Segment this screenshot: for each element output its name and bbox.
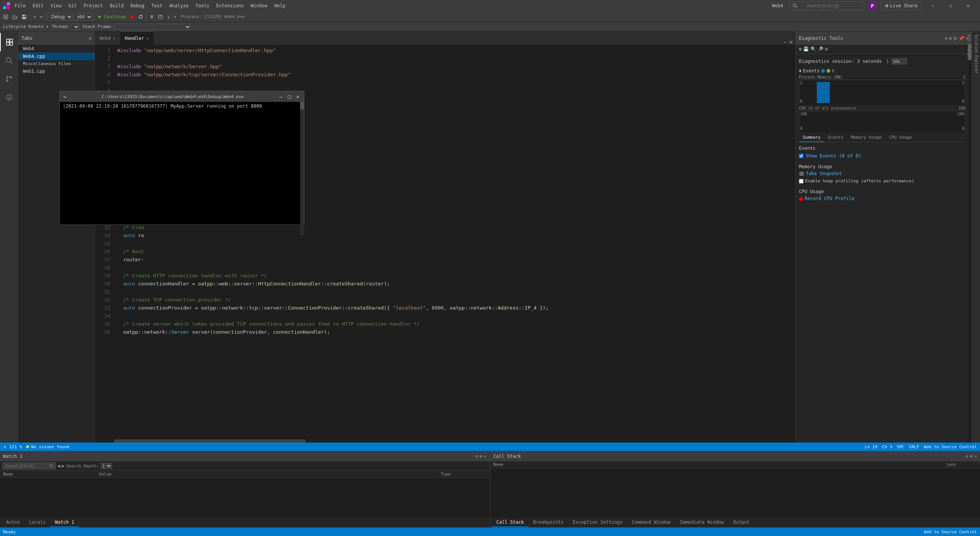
watch-expand-icon[interactable]: ⊞ xyxy=(480,454,482,459)
callstack-expand-icon[interactable]: ⊞ xyxy=(970,454,973,459)
stop-btn[interactable] xyxy=(128,14,136,20)
redo-btn[interactable]: ↪ xyxy=(38,13,44,20)
activity-debug[interactable] xyxy=(0,88,18,107)
config-dropdown[interactable]: Debug xyxy=(47,13,73,21)
diag-time-input[interactable] xyxy=(892,58,907,64)
step-out-btn[interactable]: ↑ xyxy=(172,13,178,20)
status-issues[interactable]: No issues found xyxy=(25,444,69,449)
bottom-tab-watch1[interactable]: Watch 1 xyxy=(50,518,79,527)
restart-btn[interactable] xyxy=(137,14,144,20)
diag-toolbar-zoom-in[interactable]: 🔍 xyxy=(810,46,816,52)
diag-heap-checkbox[interactable] xyxy=(799,179,804,184)
file-item-web4[interactable]: Web4 xyxy=(18,45,95,52)
diag-pin-icon[interactable]: 📌 xyxy=(959,36,964,41)
diag-expand-icon[interactable]: ⊞ xyxy=(949,36,952,41)
menu-help[interactable]: Help xyxy=(271,2,288,9)
status-add-source[interactable]: Add to Source Control xyxy=(924,444,977,449)
menu-edit[interactable]: Edit xyxy=(29,2,47,9)
minimize-button[interactable]: — xyxy=(924,0,942,11)
tab-overflow-btn[interactable]: ⋯ xyxy=(782,39,788,45)
step-over-btn[interactable] xyxy=(156,13,165,20)
menu-build[interactable]: Build xyxy=(107,2,127,9)
tab-handler[interactable]: Handler ✕ xyxy=(120,31,154,45)
callstack-close-icon[interactable]: ✕ xyxy=(974,454,977,459)
stackframe-dropdown[interactable] xyxy=(114,24,191,30)
file-item-misc[interactable]: Miscellaneous Files xyxy=(18,60,95,67)
bottom-add-source[interactable]: Add to Source Control xyxy=(924,529,977,534)
title-search-input[interactable] xyxy=(804,2,861,9)
diag-toolbar-settings[interactable]: ⚙ xyxy=(799,46,802,52)
watch-collapse-icon[interactable]: ⊖ xyxy=(475,454,478,459)
diag-settings-icon[interactable]: ⚙ xyxy=(945,36,947,41)
solution-explorer-tab[interactable]: Solution Explorer xyxy=(973,31,980,443)
tab-close-handler[interactable]: ✕ xyxy=(147,36,149,41)
open-btn[interactable] xyxy=(11,13,19,20)
menu-git[interactable]: Git xyxy=(65,2,80,9)
editor-scrollbar[interactable] xyxy=(95,439,795,443)
terminal-close[interactable]: ✕ xyxy=(295,93,301,100)
split-editor-btn[interactable]: ⊞ xyxy=(788,39,794,45)
files-settings-icon[interactable]: ⚙ xyxy=(89,36,91,41)
diag-events-checkbox[interactable] xyxy=(799,154,804,158)
close-button[interactable]: ✕ xyxy=(959,0,977,11)
menu-window[interactable]: Window xyxy=(248,2,270,9)
diag-toolbar-fit[interactable]: ⊡ xyxy=(825,46,828,52)
git-changes-tab[interactable]: Git Changes xyxy=(965,31,973,443)
watch-search-input[interactable] xyxy=(2,462,56,469)
activity-search[interactable] xyxy=(0,51,18,70)
editor-scrollbar-thumb[interactable] xyxy=(114,439,305,443)
callstack-collapse-icon[interactable]: ⊖ xyxy=(965,454,968,459)
diag-record-cpu-link[interactable]: Record CPU Profile xyxy=(805,196,854,201)
activity-git[interactable] xyxy=(0,70,18,88)
thread-dropdown[interactable] xyxy=(71,24,80,30)
diag-new-window-icon[interactable]: ⧉ xyxy=(954,36,957,41)
diag-events-collapse[interactable]: ▼ xyxy=(799,69,802,74)
save-btn[interactable] xyxy=(20,13,28,20)
terminal-maximize[interactable]: □ xyxy=(286,93,292,100)
menu-tools[interactable]: Tools xyxy=(193,2,212,9)
callstack-tab-output[interactable]: Output xyxy=(728,518,754,527)
terminal-body[interactable]: |2021-04-09 22:19:28 1617977968167377| M… xyxy=(60,102,304,225)
callstack-tab-immediate[interactable]: Immediate Window xyxy=(675,518,728,527)
tab-web4[interactable]: Web4 ✕ xyxy=(95,31,120,45)
maximize-button[interactable]: ❐ xyxy=(942,0,959,11)
diag-tab-events[interactable]: Events xyxy=(824,133,847,142)
menu-test[interactable]: Test xyxy=(148,2,165,9)
diag-toolbar-zoom-out[interactable]: 🔎 xyxy=(818,46,823,52)
callstack-tab-callstack[interactable]: Call Stack xyxy=(492,518,529,527)
bottom-tab-locals[interactable]: Locals xyxy=(24,518,50,527)
callstack-tab-exception[interactable]: Exception Settings xyxy=(568,518,627,527)
menu-analyze[interactable]: Analyze xyxy=(166,2,192,9)
diag-tab-cpu[interactable]: CPU Usage xyxy=(885,133,916,142)
thread-selector[interactable]: Thread: xyxy=(52,24,79,30)
menu-debug[interactable]: Debug xyxy=(127,2,147,9)
stack-frame-selector[interactable]: Stack Frame: xyxy=(83,24,191,30)
diag-show-events-link[interactable]: Show Events (0 of 0) xyxy=(806,153,861,159)
terminal-scrollbar-thumb[interactable] xyxy=(300,102,304,110)
pause-btn[interactable]: ⏸ xyxy=(148,13,155,20)
terminal-scrollbar[interactable] xyxy=(300,102,304,235)
platform-dropdown[interactable]: x64 xyxy=(74,13,93,21)
callstack-tab-breakpoints[interactable]: Breakpoints xyxy=(529,518,568,527)
watch-depth-select[interactable]: 1 xyxy=(101,463,112,469)
step-into-btn[interactable]: ↓ xyxy=(165,13,171,20)
diag-tab-summary[interactable]: Summary xyxy=(799,133,824,142)
callstack-tab-command[interactable]: Command Window xyxy=(627,518,675,527)
diag-tab-memory[interactable]: Memory Usage xyxy=(847,133,885,142)
diag-toolbar-save[interactable]: 💾 xyxy=(803,46,809,52)
avatar[interactable]: P xyxy=(867,1,877,11)
undo-btn[interactable]: ↩ xyxy=(32,13,38,20)
live-share-button[interactable]: Live Share xyxy=(880,2,921,10)
activity-explorer[interactable] xyxy=(0,33,18,51)
continue-btn[interactable]: Continue xyxy=(96,13,127,20)
file-item-web4cpp[interactable]: Web4.cpp xyxy=(18,52,95,60)
watch-close-icon[interactable]: ✕ xyxy=(484,454,487,459)
menu-project[interactable]: Project xyxy=(80,2,106,9)
watch-forward-btn[interactable]: ▶ xyxy=(62,463,64,469)
tab-close-web4[interactable]: ✕ xyxy=(113,36,115,40)
menu-view[interactable]: View xyxy=(47,2,65,9)
terminal-minimize[interactable]: — xyxy=(278,93,284,100)
diag-take-snapshot-link[interactable]: Take Snapshot xyxy=(806,171,842,176)
menu-file[interactable]: File xyxy=(11,2,29,9)
lifecycle-dropdown[interactable]: Lifecycle Events ▾ xyxy=(3,24,49,29)
